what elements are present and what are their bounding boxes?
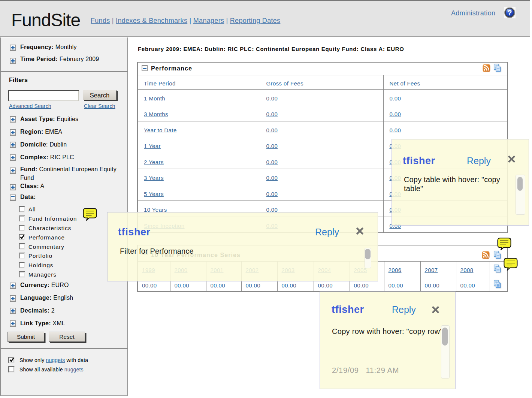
svg-text:?: ? <box>508 9 512 17</box>
